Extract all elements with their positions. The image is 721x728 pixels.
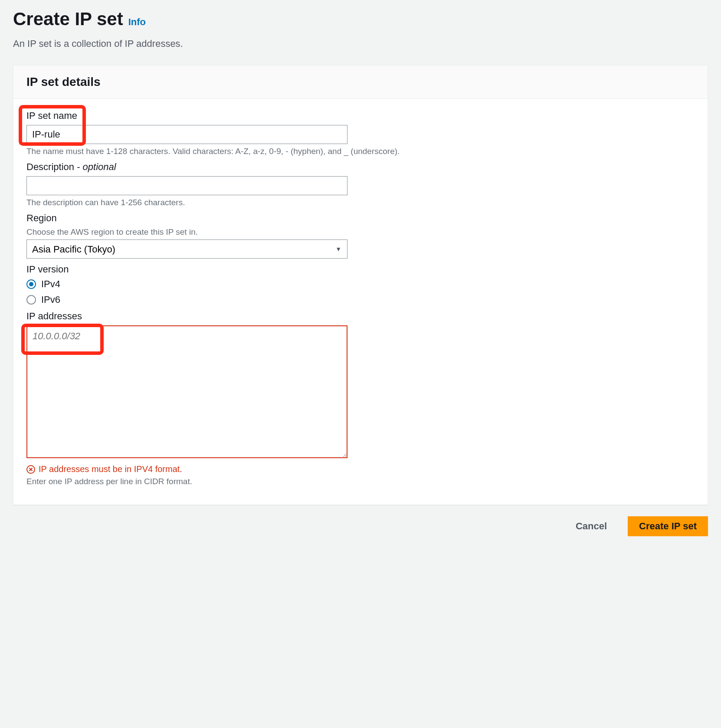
cancel-button[interactable]: Cancel [564, 516, 618, 536]
panel-title: IP set details [26, 75, 695, 89]
ipaddresses-error-row: IP addresses must be in IPV4 format. [26, 464, 695, 474]
radio-ipv4-label: IPv4 [41, 279, 60, 290]
ipaddresses-label: IP addresses [26, 311, 695, 322]
description-group: Description - optional The description c… [26, 161, 695, 207]
description-label-text: Description - [26, 161, 83, 172]
info-link[interactable]: Info [128, 16, 146, 28]
region-select-wrap: Asia Pacific (Tokyo) ▼ [26, 239, 347, 259]
region-hint: Choose the AWS region to create this IP … [26, 227, 695, 237]
region-group: Region Choose the AWS region to create t… [26, 213, 695, 259]
ipset-name-input[interactable] [26, 125, 347, 144]
page-subtitle: An IP set is a collection of IP addresse… [13, 38, 708, 49]
description-hint: The description can have 1-256 character… [26, 198, 695, 207]
description-optional: optional [83, 161, 116, 172]
error-icon [26, 465, 35, 474]
panel-body: IP set name The name must have 1-128 cha… [13, 99, 708, 505]
region-label: Region [26, 213, 695, 224]
ipversion-label: IP version [26, 264, 695, 275]
region-select[interactable]: Asia Pacific (Tokyo) [26, 239, 347, 259]
panel-header: IP set details [13, 66, 708, 99]
ipaddresses-group: IP addresses IP addresses must be in IPV… [26, 311, 695, 486]
page-title: Create IP set [13, 9, 123, 30]
ipset-name-label: IP set name [26, 110, 695, 121]
ipaddresses-error-text: IP addresses must be in IPV4 format. [39, 464, 182, 474]
radio-ipv6-label: IPv6 [41, 294, 60, 305]
radio-ipv4-row[interactable]: IPv4 [26, 279, 695, 290]
create-button[interactable]: Create IP set [628, 516, 708, 536]
radio-ipv4[interactable] [26, 279, 36, 289]
ipaddresses-hint: Enter one IP address per line in CIDR fo… [26, 477, 695, 486]
ipset-details-panel: IP set details IP set name The name must… [13, 65, 708, 505]
radio-ipv6-row[interactable]: IPv6 [26, 294, 695, 305]
description-label: Description - optional [26, 161, 695, 173]
ipaddresses-textarea[interactable] [26, 325, 347, 458]
ipset-name-hint: The name must have 1-128 characters. Val… [26, 147, 695, 156]
ipset-name-group: IP set name The name must have 1-128 cha… [26, 110, 695, 156]
footer-actions: Cancel Create IP set [13, 516, 708, 536]
description-input[interactable] [26, 176, 347, 195]
ipversion-group: IP version IPv4 IPv6 [26, 264, 695, 305]
page-header: Create IP set Info [13, 9, 708, 30]
radio-ipv6[interactable] [26, 295, 36, 305]
